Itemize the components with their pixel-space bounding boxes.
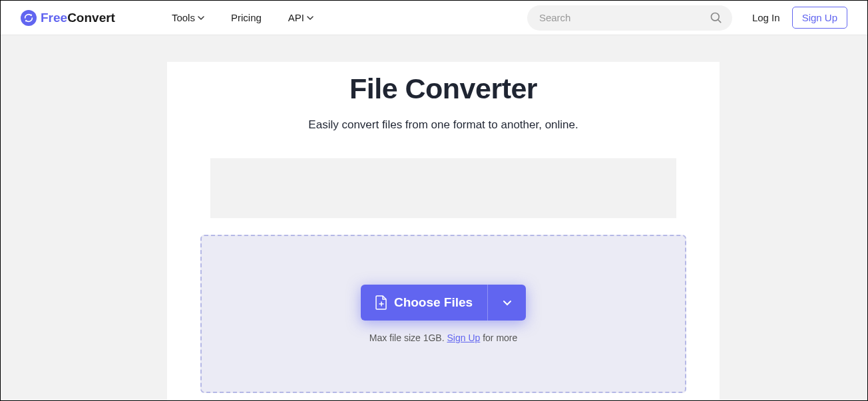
nav: Tools Pricing API	[172, 12, 314, 23]
page-subtitle: Easily convert files from one format to …	[200, 118, 686, 132]
main-container: File Converter Easily convert files from…	[1, 62, 867, 401]
content: File Converter Easily convert files from…	[167, 62, 720, 401]
header: FreeConvert Tools Pricing API Log In Sig…	[1, 1, 867, 35]
nav-tools[interactable]: Tools	[172, 12, 204, 23]
chevron-down-icon	[307, 15, 314, 21]
left-ad-panel	[1, 62, 167, 401]
nav-pricing-label: Pricing	[231, 12, 262, 23]
file-info-suffix: for more	[480, 333, 517, 343]
nav-api-label: API	[288, 12, 304, 23]
file-plus-icon	[375, 295, 387, 310]
logo[interactable]: FreeConvert	[21, 10, 115, 26]
drop-zone[interactable]: Choose Files Max file size 1GB. Sign Up …	[200, 235, 686, 393]
search-icon	[710, 11, 723, 25]
nav-tools-label: Tools	[172, 12, 195, 23]
file-info: Max file size 1GB. Sign Up for more	[369, 333, 518, 343]
logo-text: FreeConvert	[41, 11, 115, 25]
file-info-signup-link[interactable]: Sign Up	[447, 333, 480, 343]
signup-button[interactable]: Sign Up	[792, 7, 847, 29]
chevron-down-icon	[198, 15, 204, 21]
nav-api[interactable]: API	[288, 12, 314, 23]
nav-pricing[interactable]: Pricing	[231, 12, 262, 23]
page-title: File Converter	[200, 72, 686, 105]
choose-files-container: Choose Files	[361, 285, 526, 321]
choose-files-dropdown[interactable]	[487, 285, 526, 321]
toolbar-background	[1, 35, 867, 62]
search-container	[527, 5, 732, 31]
right-ad-panel	[720, 62, 867, 401]
file-info-prefix: Max file size 1GB.	[369, 333, 447, 343]
chevron-down-icon	[502, 297, 513, 308]
search-input[interactable]	[527, 5, 732, 31]
logo-icon	[21, 10, 37, 26]
auth-buttons: Log In Sign Up	[752, 7, 847, 29]
choose-files-button[interactable]: Choose Files	[361, 285, 487, 321]
login-button[interactable]: Log In	[752, 12, 780, 23]
choose-files-label: Choose Files	[394, 295, 473, 310]
ad-box	[210, 158, 676, 218]
